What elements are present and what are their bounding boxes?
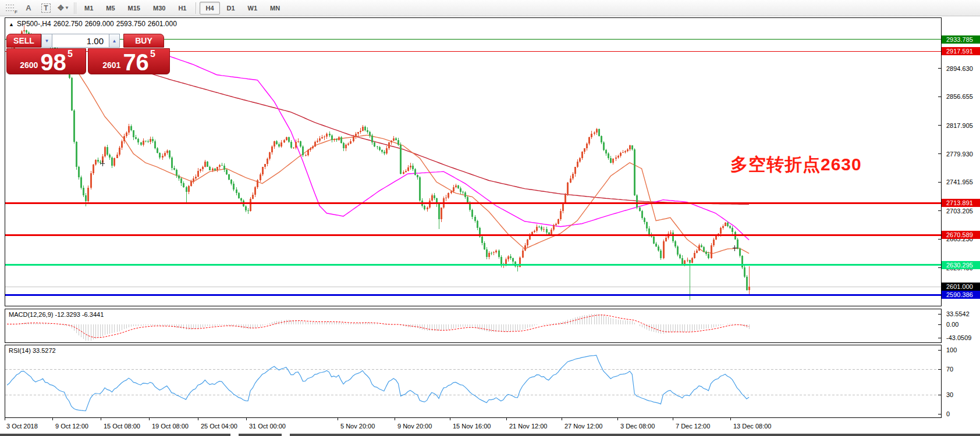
toolbar-grip xyxy=(74,2,76,14)
rsi-label: RSI(14) 33.5272 xyxy=(9,347,56,354)
time-axis-label: 7 Dec 12:00 xyxy=(676,423,710,430)
symbol-marker-icon: ▲ xyxy=(9,22,14,27)
rsi-scale-tick: 30 xyxy=(942,391,980,399)
chart-title: ▲SP500-,H42602.7502609.0002593.7502601.0… xyxy=(9,20,179,28)
ohlc-open: 2602.750 xyxy=(54,20,83,28)
time-axis-tick xyxy=(450,418,450,420)
time-axis-label: 15 Oct 08:00 xyxy=(104,423,140,430)
text-tool-button[interactable]: T xyxy=(38,2,54,15)
time-axis-tick xyxy=(246,418,247,420)
buy-price-big: 76 xyxy=(123,53,149,72)
bottom-strip-segment xyxy=(239,434,282,436)
time-axis-tick xyxy=(149,418,150,420)
price-level-badge: 2601.000 xyxy=(942,283,980,291)
text-label-icon: A xyxy=(26,3,31,12)
price-level-badge: 2933.785 xyxy=(942,35,980,44)
arrow-style-tool-button[interactable]: ✥ ▼ xyxy=(56,2,71,15)
timeframe-button-m1[interactable]: M1 xyxy=(79,2,99,15)
chart-annotation-text: 多空转折点2630 xyxy=(730,153,862,177)
ohlc-high: 2609.000 xyxy=(85,20,114,28)
rsi-canvas[interactable] xyxy=(5,345,941,417)
time-axis-label: 5 Nov 20:00 xyxy=(340,423,375,430)
ohlc-close: 2601.000 xyxy=(148,20,177,28)
buy-price-tile[interactable]: 2601 76 5 xyxy=(88,48,170,74)
slow-ma xyxy=(150,73,749,204)
timeframe-button-m5[interactable]: M5 xyxy=(100,2,120,15)
macd-panel[interactable]: MACD(12,26,9) -12.3293 -6.3441 xyxy=(5,309,942,343)
price-level-badge: 2670.589 xyxy=(942,231,980,239)
buy-price-handle: 2601 xyxy=(102,60,120,70)
toolbar: F A T ✥ ▼ M1M5M15M30H1H4D1W1MN xyxy=(0,0,980,16)
price-tick: 2703.205 xyxy=(942,207,980,215)
sell-price-sup: 5 xyxy=(68,49,73,59)
time-axis-label: 13 Dec 08:00 xyxy=(733,423,771,430)
price-tick: 2817.905 xyxy=(942,121,980,130)
time-axis-label: 27 Nov 12:00 xyxy=(564,423,602,430)
timeframe-bar: M1M5M15M30H1H4D1W1MN xyxy=(78,2,286,15)
text-label-tool-button[interactable]: A xyxy=(21,2,36,15)
time-axis-tick xyxy=(338,418,338,420)
macd-scale-tick: -43.0509 xyxy=(942,334,980,342)
time-axis-tick xyxy=(730,418,731,420)
time-axis: 3 Oct 20189 Oct 12:0015 Oct 08:0019 Oct … xyxy=(5,418,942,433)
macd-label: MACD(12,26,9) -12.3293 -6.3441 xyxy=(9,311,104,318)
rsi-scale-tick: 0 xyxy=(942,410,980,418)
macd-canvas[interactable] xyxy=(5,309,941,342)
price-level-badge: 2713.891 xyxy=(942,199,980,207)
time-axis-tick xyxy=(198,418,198,420)
time-axis-tick xyxy=(617,418,618,420)
time-axis-tick xyxy=(506,418,507,420)
price-tick: 2779.930 xyxy=(942,150,980,158)
rsi-scale-tick: 100 xyxy=(942,346,980,354)
sell-price-big: 98 xyxy=(40,53,66,72)
timeframe-button-w1[interactable]: W1 xyxy=(242,2,264,15)
time-axis-label: 9 Oct 12:00 xyxy=(55,423,88,430)
sell-price-tile[interactable]: 2600 98 5 xyxy=(6,48,86,74)
timeframe-button-mn[interactable]: MN xyxy=(264,2,286,15)
medium-ma xyxy=(150,49,749,240)
bottom-strip-segment xyxy=(0,434,230,436)
volume-decrease-button[interactable]: ▼ xyxy=(41,34,52,48)
timeframe-button-m30[interactable]: M30 xyxy=(147,2,171,15)
price-level-badge: 2630.295 xyxy=(942,261,980,269)
price-axis: 2894.6302856.6552817.9052779.9302741.955… xyxy=(942,0,980,436)
macd-scale-tick: 33.5542 xyxy=(942,310,980,318)
time-axis-tick xyxy=(562,418,562,420)
rsi-scale-tick: 70 xyxy=(942,365,980,373)
ohlc-low: 2593.750 xyxy=(116,20,145,28)
macd-scale-tick: 0.00 xyxy=(942,320,980,328)
fibonacci-tool-button[interactable]: F xyxy=(3,2,19,15)
time-axis-label: 31 Oct 00:00 xyxy=(249,423,286,430)
sell-price-handle: 2600 xyxy=(20,60,38,70)
chevron-down-icon: ▼ xyxy=(65,5,69,10)
time-axis-tick xyxy=(52,418,53,420)
buy-button[interactable]: BUY xyxy=(123,34,164,48)
time-axis-label: 21 Nov 12:00 xyxy=(509,423,547,430)
time-axis-tick xyxy=(395,418,395,420)
rsi-panel[interactable]: RSI(14) 33.5272 xyxy=(5,345,942,418)
timeframe-button-h1[interactable]: H1 xyxy=(172,2,192,15)
time-axis-label: 25 Oct 04:00 xyxy=(201,423,237,430)
price-level-badge: 2917.591 xyxy=(942,47,980,55)
price-level-badge: 2590.386 xyxy=(942,291,980,299)
timeframe-button-d1[interactable]: D1 xyxy=(221,2,241,15)
buy-price-sup: 5 xyxy=(150,49,155,59)
fibonacci-icon: F xyxy=(6,4,16,12)
time-axis-tick xyxy=(5,418,5,420)
time-axis-label: 15 Nov 16:00 xyxy=(453,423,491,430)
one-click-trade-panel: SELL ▼ 1.00 ▲ BUY 2600 98 5 2601 76 5 xyxy=(6,34,172,74)
price-tick: 2894.630 xyxy=(942,65,980,73)
volume-increase-button[interactable]: ▲ xyxy=(109,34,120,48)
arrows-icon: ✥ xyxy=(58,3,64,12)
time-axis-label: 3 Dec 08:00 xyxy=(620,423,655,430)
price-tick: 2856.655 xyxy=(942,92,980,101)
volume-input[interactable]: 1.00 xyxy=(52,34,109,48)
text-icon: T xyxy=(41,3,50,13)
timeframe-button-h4[interactable]: H4 xyxy=(200,2,219,15)
main-chart-panel[interactable]: ▲SP500-,H42602.7502609.0002593.7502601.0… xyxy=(5,17,942,306)
timeframe-button-m15[interactable]: M15 xyxy=(122,2,146,15)
sell-button[interactable]: SELL xyxy=(6,34,41,48)
price-tick: 2741.955 xyxy=(942,178,980,186)
time-axis-label: 3 Oct 2018 xyxy=(6,423,38,430)
time-axis-label: 19 Oct 08:00 xyxy=(152,423,189,430)
